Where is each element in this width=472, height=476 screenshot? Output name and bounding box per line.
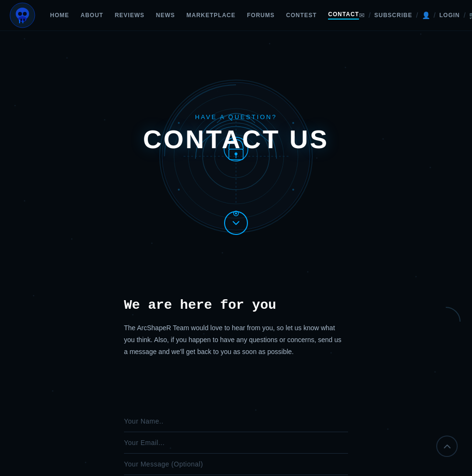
hero-text: HAVE A QUESTION? CONTACT US: [143, 113, 329, 154]
name-input[interactable]: [124, 411, 348, 432]
sep4: /: [464, 11, 466, 19]
sep2: /: [416, 11, 418, 19]
svg-point-25: [178, 189, 180, 191]
nav-actions: ✉ / SUBSCRIBE / 👤 / LOGIN / 🛒 / CART 0: [359, 11, 472, 20]
nav-home[interactable]: HOME: [50, 12, 69, 19]
nav-forums[interactable]: FORUMS: [247, 12, 275, 19]
chevron-up-icon: [443, 442, 451, 451]
chevron-down-icon: [231, 218, 241, 228]
login-link[interactable]: LOGIN: [440, 12, 460, 19]
nav-links: HOME ABOUT REVIEWS NEWS MARKETPLACE FORU…: [50, 11, 359, 20]
email-field-container: [124, 432, 348, 454]
subscribe-link[interactable]: SUBSCRIBE: [374, 12, 412, 19]
email-input[interactable]: [124, 432, 348, 454]
contact-form: [0, 411, 472, 475]
user-icon: 👤: [422, 11, 430, 19]
svg-point-3: [18, 12, 22, 16]
cart-icon: 🛒: [469, 11, 472, 19]
name-field-container: [124, 411, 348, 432]
svg-rect-8: [22, 20, 23, 23]
svg-rect-5: [21, 19, 22, 21]
scroll-down-button[interactable]: [224, 211, 248, 235]
nav-contest[interactable]: CONTEST: [286, 12, 317, 19]
navbar: HOME ABOUT REVIEWS NEWS MARKETPLACE FORU…: [0, 0, 472, 31]
svg-point-26: [292, 189, 294, 191]
section-heading: We are here for you: [124, 298, 348, 313]
nav-marketplace[interactable]: MARKETPLACE: [186, 12, 236, 19]
nav-reviews[interactable]: REVIEWS: [115, 12, 144, 19]
message-input[interactable]: [124, 454, 348, 475]
nav-about[interactable]: ABOUT: [81, 12, 103, 19]
email-icon: ✉: [359, 11, 365, 19]
scroll-top-button[interactable]: [436, 435, 458, 457]
logo[interactable]: [10, 2, 36, 29]
nav-contact[interactable]: CONTACT: [328, 11, 359, 20]
hero-section: HAVE A QUESTION? CONTACT US: [0, 31, 472, 269]
svg-rect-6: [23, 19, 25, 21]
message-field-container: [124, 454, 348, 475]
svg-point-4: [23, 12, 27, 16]
content-section: We are here for you The ArcShapeR Team w…: [0, 269, 472, 387]
sep3: /: [434, 11, 436, 19]
nav-news[interactable]: NEWS: [156, 12, 175, 19]
svg-rect-7: [19, 20, 20, 23]
hero-title: CONTACT US: [143, 124, 329, 154]
section-body: The ArcShapeR Team would love to hear fr…: [124, 322, 343, 358]
hero-subtitle: HAVE A QUESTION?: [143, 113, 329, 121]
sep1: /: [369, 11, 370, 19]
